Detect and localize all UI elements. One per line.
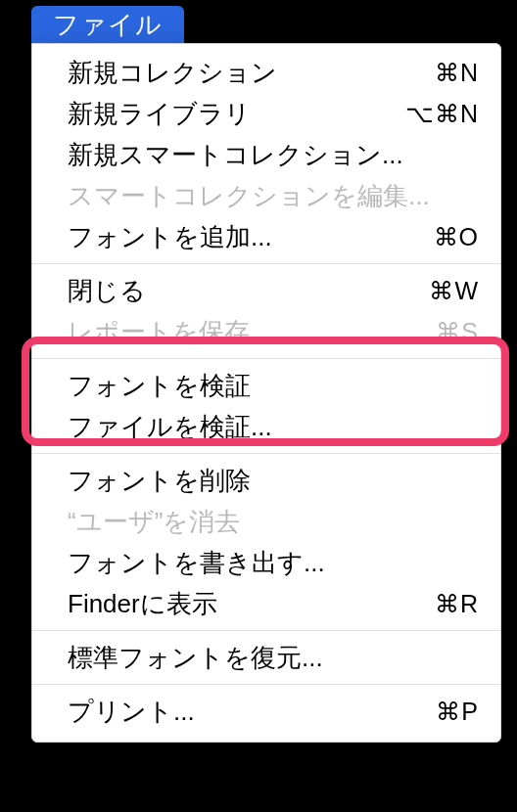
menu-item-shortcut: ⌘R [435, 586, 479, 621]
menu-item-shortcut: ⌘S [436, 314, 479, 349]
menu-item-label: フォントを削除 [68, 463, 251, 498]
menu-item-restore-standard-fonts[interactable]: 標準フォントを復元... [32, 637, 500, 678]
menu-separator [32, 684, 500, 685]
menu-item-validate-font[interactable]: フォントを検証 [32, 365, 500, 406]
menu-item-label: プリント... [68, 694, 195, 729]
menu-separator [32, 453, 500, 454]
menu-item-label: 閉じる [68, 273, 146, 308]
menu-item-shortcut: ⌘N [435, 55, 479, 90]
menu-separator [32, 263, 500, 264]
menu-item-print[interactable]: プリント... ⌘P [32, 691, 500, 732]
file-menu-panel: 新規コレクション ⌘N 新規ライブラリ ⌥⌘N 新規スマートコレクション... … [31, 43, 501, 743]
menu-item-clear-user: “ユーザ”を消去 [32, 501, 500, 542]
menu-item-add-fonts[interactable]: フォントを追加... ⌘O [32, 216, 500, 257]
menu-item-validate-file[interactable]: ファイルを検証... [32, 406, 500, 447]
menu-item-show-in-finder[interactable]: Finderに表示 ⌘R [32, 583, 500, 624]
menu-item-label: フォントを書き出す... [68, 545, 325, 580]
menu-item-shortcut: ⌥⌘N [405, 96, 479, 131]
menu-item-label: レポートを保存... [68, 314, 271, 349]
menu-item-edit-smart-collection: スマートコレクションを編集... [32, 175, 500, 216]
menu-item-label: 新規コレクション [68, 55, 277, 90]
menu-item-new-library[interactable]: 新規ライブラリ ⌥⌘N [32, 93, 500, 134]
menu-title[interactable]: ファイル [31, 6, 184, 43]
menu-item-label: ファイルを検証... [68, 409, 272, 444]
menu-separator [32, 358, 500, 359]
menu-item-label: フォントを検証 [68, 368, 251, 403]
menu-item-label: 標準フォントを復元... [68, 640, 323, 675]
menu-item-new-collection[interactable]: 新規コレクション ⌘N [32, 52, 500, 93]
menu-item-close[interactable]: 閉じる ⌘W [32, 270, 500, 311]
menu-item-export-fonts[interactable]: フォントを書き出す... [32, 542, 500, 583]
menu-item-label: 新規ライブラリ [68, 96, 251, 131]
menu-item-label: Finderに表示 [68, 586, 217, 621]
menu-item-shortcut: ⌘O [434, 219, 479, 254]
menu-item-shortcut: ⌘W [429, 273, 479, 308]
menu-item-label: スマートコレクションを編集... [68, 178, 430, 213]
menu-item-shortcut: ⌘P [436, 694, 479, 729]
menu-item-new-smart-collection[interactable]: 新規スマートコレクション... [32, 134, 500, 175]
menu-item-remove-font[interactable]: フォントを削除 [32, 460, 500, 501]
menu-separator [32, 630, 500, 631]
menu-item-label: フォントを追加... [68, 219, 272, 254]
menu-item-label: “ユーザ”を消去 [68, 504, 240, 539]
menu-item-save-report: レポートを保存... ⌘S [32, 311, 500, 352]
menu-item-label: 新規スマートコレクション... [68, 137, 403, 172]
